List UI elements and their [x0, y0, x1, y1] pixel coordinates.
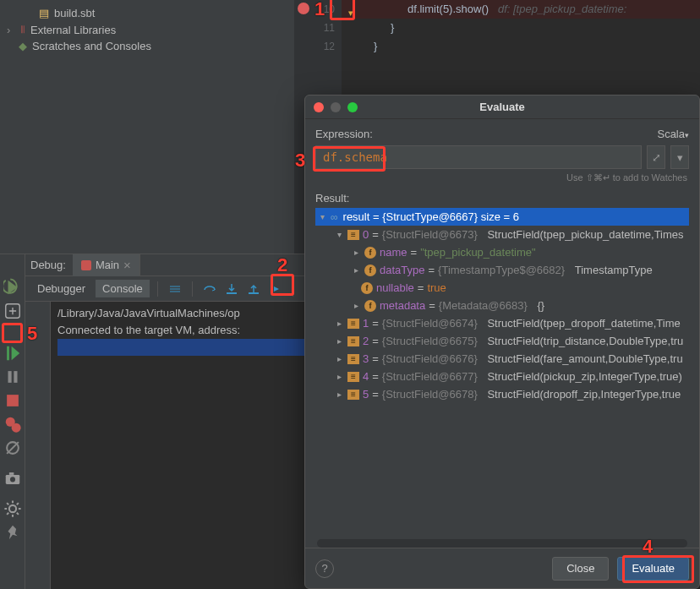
window-controls[interactable] [314, 102, 358, 112]
project-file[interactable]: ▤ build.sbt [0, 5, 294, 21]
tree-field-metadata[interactable]: ▸ f metadata = {Metadata@6683} {} [315, 297, 689, 314]
field-icon: f [364, 265, 376, 276]
svg-rect-10 [8, 472, 14, 475]
chevron-right-icon[interactable]: ▸ [351, 265, 361, 275]
callout-number: 1 [314, 0, 325, 20]
chevron-right-icon[interactable]: ▸ [334, 319, 344, 328]
field-icon: f [364, 300, 376, 312]
help-button[interactable]: ? [315, 559, 334, 578]
close-button[interactable]: Close [552, 557, 609, 581]
array-index-icon: ≡ [347, 319, 359, 329]
result-tree[interactable]: ▾ result = {StructType@6667} size = 6 ▾ … [315, 208, 689, 536]
svg-rect-13 [249, 292, 259, 294]
scratches-label: Scratches and Consoles [32, 40, 151, 52]
chevron-down-icon[interactable]: ▾ [334, 230, 344, 239]
svg-rect-3 [14, 371, 17, 383]
file-label: build.sbt [54, 7, 95, 19]
mute-breakpoints-button[interactable] [3, 439, 22, 457]
line-number-11[interactable]: 11 [294, 19, 342, 37]
tab-debugger[interactable]: Debugger [30, 280, 92, 297]
code-brace: } [391, 21, 394, 34]
svg-point-6 [11, 423, 20, 433]
step-over-button[interactable] [200, 280, 219, 298]
camera-button[interactable] [3, 469, 22, 488]
horizontal-scrollbar[interactable] [317, 539, 687, 548]
code-brace: } [374, 40, 377, 52]
tree-root[interactable]: ▾ result = {StructType@6667} size = 6 [315, 208, 689, 226]
svg-rect-4 [7, 395, 19, 406]
libraries-icon: ⫴ [20, 23, 25, 36]
scratches[interactable]: ◆ Scratches and Consoles [0, 38, 294, 54]
pause-button[interactable] [3, 368, 22, 386]
breakpoint-icon[interactable] [298, 3, 309, 14]
show-execution-button[interactable] [166, 280, 184, 298]
evaluate-button[interactable]: Evaluate [617, 557, 689, 581]
field-icon: f [361, 282, 373, 294]
rerun-button[interactable] [3, 278, 22, 297]
evaluate-dialog: Evaluate Expression: Scala▾ ⤢ ▾ Use ⇧⌘↵ … [304, 95, 700, 589]
tree-item-2[interactable]: ▸ ≡ 2 = {StructField@6675} StructField(t… [315, 332, 689, 350]
close-window-icon[interactable] [314, 102, 324, 112]
debug-label: Debug: [30, 259, 66, 271]
result-label: Result: [315, 192, 689, 205]
array-index-icon: ≡ [347, 336, 359, 346]
chevron-right-icon[interactable]: ▸ [334, 372, 344, 381]
svg-rect-2 [8, 371, 11, 383]
tree-item-4[interactable]: ▸ ≡ 4 = {StructField@6677} StructField(p… [315, 368, 689, 385]
chevron-right-icon[interactable]: ▸ [334, 390, 344, 399]
tree-item-3[interactable]: ▸ ≡ 3 = {StructField@6676} StructField(f… [315, 350, 689, 368]
tree-item-1[interactable]: ▸ ≡ 1 = {StructField@6674} StructField(t… [315, 314, 689, 332]
language-dropdown[interactable]: Scala▾ [657, 128, 689, 140]
tab-console[interactable]: Console [96, 280, 150, 297]
chevron-right-icon[interactable]: ▸ [351, 301, 361, 310]
debug-config-tab[interactable]: Main × [73, 254, 140, 276]
maximize-window-icon[interactable] [347, 102, 358, 112]
dialog-titlebar[interactable]: Evaluate [305, 95, 699, 119]
stop-button[interactable] [3, 391, 22, 410]
line-number-12[interactable]: 12 [294, 37, 342, 56]
chevron-right-icon[interactable]: ▸ [351, 248, 361, 257]
chevron-right-icon[interactable]: ▸ [334, 354, 344, 363]
array-index-icon: ≡ [347, 230, 359, 240]
tree-item-0[interactable]: ▾ ≡ 0 = {StructField@6673} StructField(t… [315, 226, 689, 243]
array-index-icon: ≡ [347, 390, 359, 400]
chevron-down-icon[interactable]: ▾ [317, 212, 327, 221]
pin-button[interactable] [3, 523, 22, 542]
expression-input[interactable] [315, 145, 642, 169]
code-area[interactable]: df.limit(5).show() df: [tpep_pickup_date… [342, 0, 700, 56]
tree-field-datatype[interactable]: ▸ f dataType = {TimestampType$@6682} Tim… [315, 261, 689, 279]
view-breakpoints-button[interactable] [3, 415, 22, 434]
expand-icon[interactable]: ⤢ [647, 145, 665, 169]
chevron-right-icon: › [7, 24, 15, 36]
svg-point-9 [9, 477, 14, 482]
tree-item-5[interactable]: ▸ ≡ 5 = {StructField@6678} StructField(d… [315, 385, 689, 403]
inlay-hint: df: [tpep_pickup_datetime: [498, 3, 627, 15]
callout-number: 5 [27, 323, 37, 345]
debug-left-toolbar [0, 254, 25, 589]
step-into-button[interactable] [222, 280, 241, 298]
tree-field-name[interactable]: ▸ f name = "tpep_pickup_datetime" [315, 243, 689, 261]
sbt-file-icon: ▤ [39, 7, 49, 19]
tree-field-nullable[interactable]: f nullable = true [315, 279, 689, 297]
svg-rect-1 [7, 346, 9, 361]
external-libraries[interactable]: › ⫴ External Libraries [0, 21, 294, 38]
resume-button[interactable] [3, 344, 22, 363]
svg-point-11 [8, 505, 15, 512]
callout-number: 2 [277, 254, 287, 276]
field-icon: f [364, 247, 376, 259]
modify-run-button[interactable] [3, 302, 22, 320]
minimize-window-icon [331, 102, 341, 112]
settings-button[interactable] [3, 499, 22, 518]
step-out-button[interactable] [244, 280, 263, 298]
close-icon[interactable]: × [123, 258, 131, 272]
callout-number: 3 [295, 150, 305, 172]
dialog-footer: ? Close Evaluate [305, 548, 699, 588]
history-dropdown-icon[interactable]: ▾ [670, 145, 689, 169]
chevron-right-icon[interactable]: ▸ [334, 336, 344, 346]
run-config-icon [81, 260, 91, 270]
run-to-cursor-button[interactable] [266, 280, 285, 298]
keyboard-hint: Use ⇧⌘↵ to add to Watches [315, 169, 689, 192]
debug-config-name: Main [96, 259, 119, 271]
object-icon [331, 210, 340, 223]
console-left-toolbar [25, 302, 51, 589]
